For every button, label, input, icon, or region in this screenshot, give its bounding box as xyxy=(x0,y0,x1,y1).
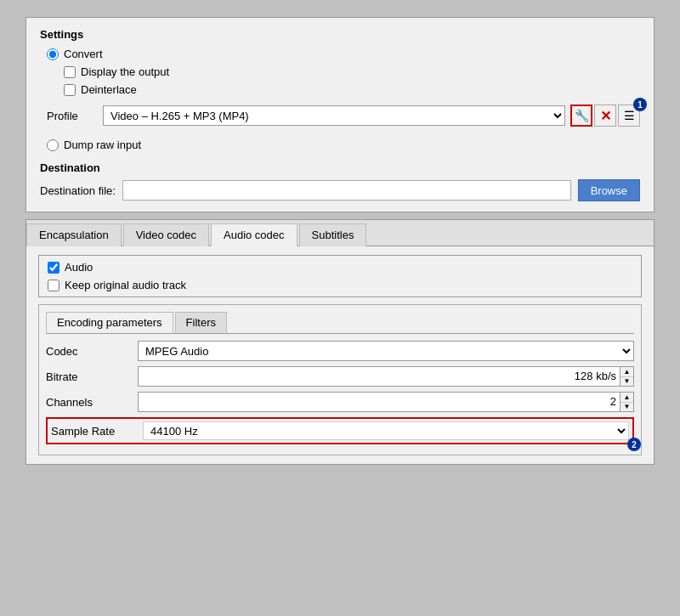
display-output-row: Display the output xyxy=(64,65,640,78)
dump-raw-label: Dump raw input xyxy=(64,138,141,151)
encoding-params-container: Encoding parameters Filters Codec MPEG A… xyxy=(38,304,642,455)
badge-2: 2 xyxy=(627,438,641,451)
audio-label: Audio xyxy=(65,261,93,274)
tab-video-codec[interactable]: Video codec xyxy=(123,223,209,246)
deinterlace-row: Deinterlace xyxy=(64,83,640,96)
encoding-tabs: Encoding parameters Filters xyxy=(46,312,634,334)
bottom-panel: Encapsulation Video codec Audio codec Su… xyxy=(26,219,654,465)
bitrate-up-button[interactable]: ▲ xyxy=(620,367,633,377)
tab-content: Audio Keep original audio track Encoding… xyxy=(26,246,654,464)
bitrate-value: 128 kb/s xyxy=(139,367,620,386)
bitrate-input-container: 128 kb/s ▲ ▼ xyxy=(138,366,634,387)
browse-button[interactable]: Browse xyxy=(578,179,640,201)
profile-edit-button[interactable]: 🔧 xyxy=(570,105,592,127)
channels-down-button[interactable]: ▼ xyxy=(620,403,633,412)
tab-encapsulation[interactable]: Encapsulation xyxy=(26,223,122,246)
codec-row: Codec MPEG Audio xyxy=(46,341,634,361)
top-panel: Settings Convert Display the output Dein… xyxy=(26,17,654,212)
profile-buttons: 1 🔧 ✕ ☰ xyxy=(570,105,640,127)
convert-row: Convert xyxy=(47,48,640,60)
bitrate-row: Bitrate 128 kb/s ▲ ▼ xyxy=(46,366,634,387)
audio-group: Audio Keep original audio track xyxy=(38,255,642,297)
tabs-header: Encapsulation Video codec Audio codec Su… xyxy=(26,220,654,246)
destination-section: Destination Destination file: Browse xyxy=(40,161,640,201)
convert-label: Convert xyxy=(64,48,103,60)
sample-rate-select[interactable]: 44100 Hz xyxy=(143,421,629,440)
display-output-checkbox[interactable] xyxy=(64,66,76,78)
profile-select[interactable]: Video – H.265 + MP3 (MP4) xyxy=(103,105,565,126)
audio-checkbox[interactable] xyxy=(48,262,60,274)
keep-audio-checkbox[interactable] xyxy=(48,280,60,291)
dest-file-input[interactable] xyxy=(122,180,571,201)
convert-radio[interactable] xyxy=(47,48,59,60)
bitrate-spinner: ▲ ▼ xyxy=(620,367,633,386)
destination-row: Destination file: Browse xyxy=(40,179,640,201)
profile-label: Profile xyxy=(47,110,98,122)
bitrate-label: Bitrate xyxy=(46,370,131,383)
tab-subtitles[interactable]: Subtitles xyxy=(299,223,367,246)
profile-row: Profile Video – H.265 + MP3 (MP4) 1 🔧 ✕ … xyxy=(47,105,640,127)
codec-label: Codec xyxy=(46,345,131,358)
channels-spinner: ▲ ▼ xyxy=(620,393,633,411)
channels-label: Channels xyxy=(46,396,131,409)
display-output-label: Display the output xyxy=(81,65,169,78)
settings-title: Settings xyxy=(40,28,640,41)
enc-tab-filters[interactable]: Filters xyxy=(175,312,227,333)
channels-row: Channels 2 ▲ ▼ xyxy=(46,392,634,412)
audio-group-header: Audio xyxy=(48,261,632,274)
deinterlace-label: Deinterlace xyxy=(81,83,137,96)
codec-select[interactable]: MPEG Audio xyxy=(138,341,634,361)
deinterlace-checkbox[interactable] xyxy=(64,84,76,96)
dump-row: Dump raw input xyxy=(47,138,640,151)
destination-title: Destination xyxy=(40,161,640,174)
channels-up-button[interactable]: ▲ xyxy=(620,393,633,403)
sample-rate-label: Sample Rate xyxy=(51,425,136,438)
keep-audio-row: Keep original audio track xyxy=(48,279,632,291)
channels-input-container: 2 ▲ ▼ xyxy=(138,392,634,412)
profile-delete-button[interactable]: ✕ xyxy=(594,105,616,127)
sample-rate-row: Sample Rate 44100 Hz 2 xyxy=(46,417,634,444)
dump-raw-radio[interactable] xyxy=(47,139,59,151)
dest-file-label: Destination file: xyxy=(40,184,116,197)
profile-select-wrapper: Video – H.265 + MP3 (MP4) xyxy=(103,105,565,126)
enc-tab-encoding[interactable]: Encoding parameters xyxy=(46,312,173,333)
channels-value: 2 xyxy=(139,393,620,411)
badge-1: 1 xyxy=(633,98,647,111)
tab-audio-codec[interactable]: Audio codec xyxy=(211,223,298,246)
keep-audio-label: Keep original audio track xyxy=(65,279,186,291)
bitrate-down-button[interactable]: ▼ xyxy=(620,377,633,387)
